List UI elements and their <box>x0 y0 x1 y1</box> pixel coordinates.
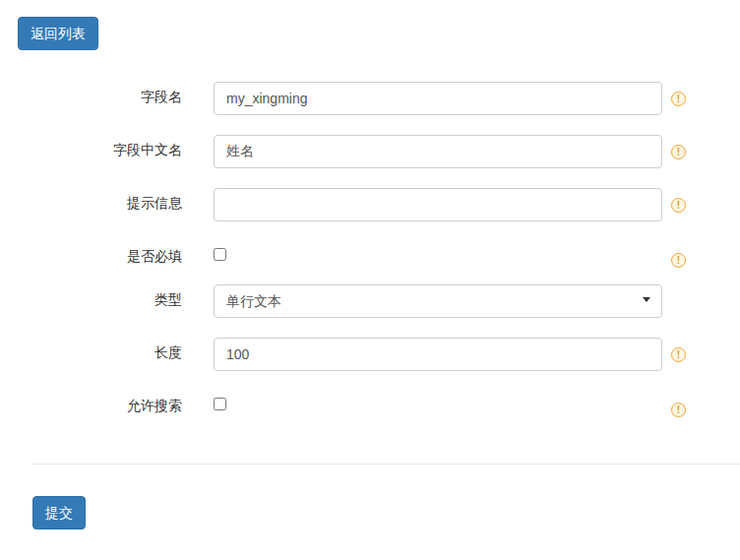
warning-icon <box>671 253 686 268</box>
field-name-input[interactable] <box>214 82 662 115</box>
type-control: 单行文本 <box>214 284 662 318</box>
field-name-label: 字段名 <box>32 82 182 115</box>
submit-button[interactable]: 提交 <box>32 496 86 529</box>
warning-icon <box>671 347 686 362</box>
form-row-type: 类型 单行文本 <box>32 284 740 318</box>
field-cn-name-control <box>214 135 662 168</box>
field-cn-name-input[interactable] <box>214 135 662 168</box>
type-label: 类型 <box>32 284 182 318</box>
form-row-hint: 提示信息 <box>32 188 740 221</box>
divider <box>32 464 740 465</box>
required-checkbox[interactable] <box>214 248 226 261</box>
form-row-field-cn-name: 字段中文名 <box>32 135 740 168</box>
form-row-required: 是否必填 <box>32 241 740 265</box>
field-cn-name-label: 字段中文名 <box>32 135 182 168</box>
searchable-checkbox[interactable] <box>214 398 226 410</box>
hint-input[interactable] <box>214 188 662 221</box>
back-to-list-button[interactable]: 返回列表 <box>18 17 98 50</box>
searchable-label: 允许搜索 <box>32 391 182 414</box>
form-row-length: 长度 <box>32 338 740 371</box>
length-label: 长度 <box>32 338 182 371</box>
form-row-searchable: 允许搜索 <box>32 391 740 414</box>
required-label: 是否必填 <box>32 241 182 265</box>
hint-control <box>214 188 662 221</box>
field-name-control <box>214 82 662 115</box>
warning-icon <box>671 92 686 106</box>
warning-icon <box>671 403 686 417</box>
warning-icon <box>671 198 686 213</box>
warning-icon <box>671 145 686 159</box>
hint-label: 提示信息 <box>32 188 182 221</box>
searchable-control <box>214 391 662 414</box>
required-control <box>214 241 662 265</box>
field-edit-form: 字段名 字段中文名 提示信息 是否必填 类型 单行文本 <box>0 82 740 414</box>
form-row-field-name: 字段名 <box>32 82 740 115</box>
type-select[interactable]: 单行文本 <box>214 284 662 318</box>
length-input[interactable] <box>214 338 662 371</box>
length-control <box>214 338 662 371</box>
